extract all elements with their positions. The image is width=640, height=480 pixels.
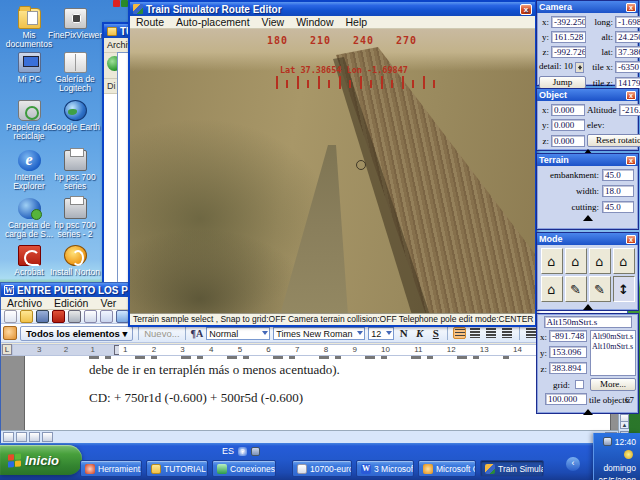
camera-alt-field[interactable]: 24.250 — [615, 31, 640, 43]
tab-selector[interactable]: L — [2, 344, 12, 355]
underline-button[interactable]: S — [429, 327, 442, 339]
menu-edicion[interactable]: Edición — [54, 297, 88, 309]
object-x-field[interactable]: 0.000 — [551, 104, 585, 116]
width-field[interactable]: 18.0 — [602, 185, 634, 197]
print-view-button[interactable] — [29, 432, 40, 442]
document-area[interactable]: debe de ir en terraplén más o menos acen… — [1, 356, 618, 430]
font-size-combo[interactable]: 12 — [368, 327, 394, 340]
reset-rotation-button[interactable]: Reset rotation — [587, 134, 640, 147]
document-page[interactable]: debe de ir en terraplén más o menos acen… — [25, 356, 610, 430]
horizontal-ruler[interactable]: L 3 2 1 1 2 3 4 5 6 7 8 9 10 11 12 13 14 — [1, 344, 618, 356]
align-right-button[interactable] — [485, 327, 498, 339]
tray-clock[interactable]: 12:40 — [615, 437, 636, 447]
open-icon[interactable] — [20, 310, 33, 323]
align-justify-button[interactable] — [501, 327, 514, 339]
italic-button[interactable]: K — [413, 327, 426, 339]
bold-button[interactable]: N — [397, 327, 410, 339]
object-z-field[interactable]: 0.000 — [551, 135, 585, 147]
previous-page-button[interactable]: ▲ — [620, 421, 629, 429]
help-icon[interactable]: ? — [238, 447, 247, 456]
camera-long-field[interactable]: -1.69847 — [615, 16, 640, 28]
rotate-object-tool-icon[interactable]: ⌂ — [589, 248, 611, 274]
web-view-button[interactable] — [16, 432, 27, 442]
menu-help[interactable]: Help — [346, 16, 368, 28]
close-button[interactable]: x — [520, 4, 532, 15]
object-altitude-field[interactable]: -216.695 — [619, 104, 640, 116]
embankment-field[interactable]: 45.0 — [602, 169, 634, 181]
vertical-move-tool-icon[interactable]: ↕ — [613, 276, 635, 302]
camera-panel-titlebar[interactable]: Camera x — [537, 1, 638, 13]
menu-view[interactable]: View — [262, 16, 285, 28]
show-all-elements-button[interactable]: Todos los elementos ▾ — [20, 326, 133, 341]
close-icon[interactable]: x — [626, 235, 636, 244]
print-icon[interactable] — [68, 310, 81, 323]
object-info-tool-icon[interactable]: ⌂ — [541, 276, 563, 302]
list-item[interactable]: Alt10mStrt.s — [592, 342, 634, 352]
terrain-panel-titlebar[interactable]: Terrain x — [537, 154, 638, 166]
more-button[interactable]: More... — [590, 378, 636, 391]
hide-tray-icons-chevron[interactable]: ‹ — [566, 457, 580, 471]
desktop-icon-galeria-logitech[interactable]: Galería de Logitech — [48, 52, 102, 93]
desktop-icon-google-earth[interactable]: Google Earth — [48, 100, 102, 132]
norton-tray-icon[interactable] — [624, 450, 633, 459]
spacing-field[interactable]: 100.000 — [545, 393, 587, 405]
align-center-button[interactable] — [469, 327, 482, 339]
terrain-3d-viewport[interactable]: 180 210 240 270 Lat 37.38654 Lon -1.6984… — [130, 29, 535, 315]
detail-spinner[interactable] — [575, 62, 584, 73]
align-left-button[interactable] — [453, 327, 466, 339]
camera-z-field[interactable]: -992.726 — [551, 46, 586, 58]
font-combo[interactable]: Times New Roman — [273, 327, 365, 340]
place-object-tool-icon[interactable]: ⌂ — [541, 248, 563, 274]
menu-auto-placement[interactable]: Auto-placement — [176, 16, 250, 28]
raise-object-tool-icon[interactable]: ⌂ — [613, 248, 635, 274]
mail-merge-icon[interactable] — [3, 326, 17, 340]
object-panel-titlebar[interactable]: Object x — [537, 89, 638, 101]
desktop-icon-finepixviewer[interactable]: FinePixViewer — [48, 8, 102, 40]
network-tray-icon[interactable] — [603, 437, 612, 446]
camera-tilex-field[interactable]: -6350 — [615, 61, 640, 73]
object-y-field[interactable]: 0.000 — [551, 119, 585, 131]
object-file-listbox[interactable]: Alt90mStrt.s Alt10mStrt.s — [590, 330, 636, 376]
menu-window[interactable]: Window — [296, 16, 333, 28]
placement-z-field[interactable]: 383.894 — [549, 362, 587, 374]
pdf-export-icon[interactable] — [52, 310, 65, 323]
close-icon[interactable]: x — [626, 91, 636, 100]
object-file-field[interactable]: Alt150mStrt.s — [544, 316, 632, 328]
menu-ver[interactable]: Ver — [100, 297, 116, 309]
cutting-field[interactable]: 45.0 — [602, 201, 634, 213]
style-combo[interactable]: Normal — [206, 327, 270, 340]
outline-view-button[interactable] — [42, 432, 53, 442]
placement-x-field[interactable]: -891.748 — [549, 330, 587, 342]
sample-slope-tool-icon[interactable]: ✎ — [589, 276, 611, 302]
taskbar-button-tutorial[interactable]: TUTORIAL — [146, 460, 208, 477]
camera-y-field[interactable]: 161.528 — [551, 31, 586, 43]
print-preview-icon[interactable] — [84, 310, 97, 323]
taskbar-button-10700-euro[interactable]: 10700-euro... — [292, 460, 352, 477]
menu-route[interactable]: Route — [136, 16, 164, 28]
slope-edit-tool-icon[interactable]: ✎ — [565, 276, 587, 302]
taskbar-button-conexiones[interactable]: Conexiones... — [212, 460, 276, 477]
collapse-arrow-icon[interactable] — [583, 215, 593, 221]
language-indicator[interactable]: ES — [222, 446, 234, 456]
taskbar-button-train-simulator[interactable]: Train Simula... — [480, 460, 544, 477]
close-icon[interactable]: x — [626, 3, 636, 12]
list-item[interactable]: Alt90mStrt.s — [592, 332, 634, 342]
desktop-icon-install-norton[interactable]: Install Norton — [48, 245, 102, 277]
placement-y-field[interactable]: 153.096 — [549, 346, 587, 358]
taskbar-button-outlook[interactable]: Microsoft O... — [418, 460, 476, 477]
language-bar-options-icon[interactable] — [251, 447, 260, 456]
camera-lat-field[interactable]: 37.3865 — [615, 46, 640, 58]
taskbar-button-herramientas[interactable]: Herramient... — [80, 460, 142, 477]
save-icon[interactable] — [36, 310, 49, 323]
taskbar-button-word-group[interactable]: W 3 Microsof... ▾ — [356, 460, 414, 477]
mode-panel-titlebar[interactable]: Mode x — [537, 233, 638, 245]
desktop-icon-hp-psc[interactable]: hp psc 700 series — [48, 150, 102, 191]
normal-view-button[interactable] — [3, 432, 14, 442]
move-object-tool-icon[interactable]: ⌂ — [565, 248, 587, 274]
close-icon[interactable]: x — [626, 156, 636, 165]
collapse-arrow-icon[interactable] — [583, 304, 593, 310]
collapse-arrow-icon[interactable] — [583, 409, 593, 415]
simulator-titlebar[interactable]: Train Simulator Route Editor x — [130, 2, 535, 16]
grid-checkbox[interactable] — [575, 380, 584, 389]
camera-tilez-field[interactable]: 14179 — [615, 77, 640, 89]
